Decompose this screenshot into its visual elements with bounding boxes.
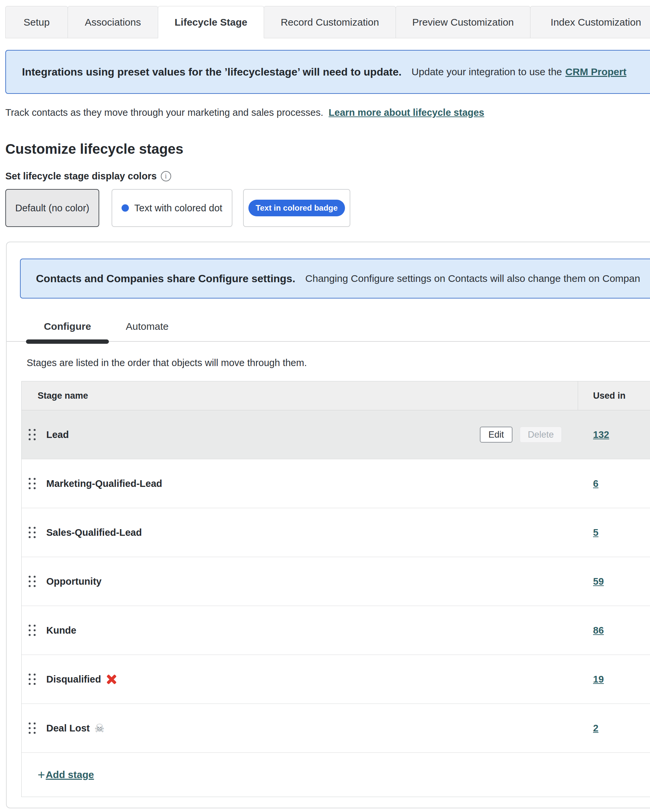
edit-button[interactable]: Edit xyxy=(480,427,512,443)
column-header-stage-name: Stage name xyxy=(38,391,88,401)
tab-label: Configure xyxy=(44,321,91,332)
table-row-disqualified: Disqualified 19 xyxy=(21,655,650,704)
tab-label: Index Customization xyxy=(551,17,641,28)
configure-automate-tabs: Configure Automate xyxy=(7,321,650,342)
tab-label: Preview Customization xyxy=(412,17,514,28)
stage-name: Lead xyxy=(46,429,69,440)
integration-alert-message: Update your integration to use the xyxy=(411,66,562,78)
info-icon[interactable]: i xyxy=(161,171,171,182)
stage-name: Deal Lost xyxy=(46,723,90,734)
tab-setup[interactable]: Setup xyxy=(5,6,68,38)
share-settings-alert-title: Contacts and Companies share Configure s… xyxy=(36,273,295,285)
color-style-options: Default (no color) Text with colored dot… xyxy=(5,189,650,227)
drag-handle-icon[interactable] xyxy=(29,478,36,489)
option-text-colored-dot[interactable]: Text with colored dot xyxy=(112,189,232,227)
tab-associations[interactable]: Associations xyxy=(67,6,158,38)
add-stage-row: + Add stage xyxy=(21,753,650,797)
used-in-link[interactable]: 19 xyxy=(593,674,604,685)
table-row-lead: Lead Edit Delete 132 xyxy=(21,410,650,459)
drag-handle-icon[interactable] xyxy=(29,527,36,538)
intro-line: Track contacts as they move through your… xyxy=(5,106,650,119)
drag-handle-icon[interactable] xyxy=(29,722,36,734)
option-label: Default (no color) xyxy=(15,203,89,214)
stage-name: Disqualified xyxy=(46,674,101,685)
option-default-no-color[interactable]: Default (no color) xyxy=(5,189,99,227)
colored-dot-icon xyxy=(122,205,129,212)
drag-handle-icon[interactable] xyxy=(29,673,36,685)
drag-handle-icon[interactable] xyxy=(29,429,36,440)
table-row-sales-qualified-lead: Sales-Qualified-Lead 5 xyxy=(21,508,650,557)
used-in-link[interactable]: 132 xyxy=(593,429,609,440)
integration-alert: Integrations using preset values for the… xyxy=(5,50,650,94)
tab-label: Record Customization xyxy=(281,17,379,28)
intro-text: Track contacts as they move through your… xyxy=(5,107,323,118)
colored-badge: Text in colored badge xyxy=(248,200,345,216)
tab-label: Lifecycle Stage xyxy=(174,17,247,28)
skull-crossbones-icon: ☠ xyxy=(95,722,104,734)
used-in-link[interactable]: 86 xyxy=(593,625,604,636)
used-in-link[interactable]: 6 xyxy=(593,478,598,489)
drag-handle-icon[interactable] xyxy=(29,576,36,587)
column-header-used-in: Used in xyxy=(593,391,626,401)
tab-preview-customization[interactable]: Preview Customization xyxy=(396,6,531,38)
settings-tab-bar: Setup Associations Lifecycle Stage Recor… xyxy=(5,6,650,38)
tab-label: Associations xyxy=(85,17,141,28)
table-row-marketing-qualified-lead: Marketing-Qualified-Lead 6 xyxy=(21,459,650,508)
delete-button[interactable]: Delete xyxy=(520,427,562,443)
display-colors-label-row: Set lifecycle stage display colors i xyxy=(5,170,650,182)
tab-lifecycle-stage[interactable]: Lifecycle Stage xyxy=(158,6,264,38)
table-row-kunde: Kunde 86 xyxy=(21,606,650,655)
option-text-colored-badge[interactable]: Text in colored badge xyxy=(243,189,350,227)
used-in-link[interactable]: 5 xyxy=(593,527,598,538)
tab-index-customization[interactable]: Index Customization xyxy=(530,6,650,38)
stage-name: Kunde xyxy=(46,625,76,636)
table-row-deal-lost: Deal Lost ☠ 2 xyxy=(21,704,650,753)
configure-card: Contacts and Companies share Configure s… xyxy=(6,241,650,808)
drag-handle-icon[interactable] xyxy=(29,625,36,636)
display-colors-label: Set lifecycle stage display colors xyxy=(5,170,157,182)
stages-order-note: Stages are listed in the order that obje… xyxy=(27,356,650,369)
tab-record-customization[interactable]: Record Customization xyxy=(264,6,396,38)
cross-mark-icon xyxy=(106,674,117,685)
table-row-opportunity: Opportunity 59 xyxy=(21,557,650,606)
tab-label: Automate xyxy=(126,321,168,332)
column-divider xyxy=(578,382,578,410)
share-settings-alert-message: Changing Configure settings on Contacts … xyxy=(305,273,640,284)
option-label: Text with colored dot xyxy=(134,203,222,214)
integration-alert-title: Integrations using preset values for the… xyxy=(22,66,402,78)
stages-table: Stage name Used in Lead Edit Delete 132 … xyxy=(21,381,650,797)
tab-configure[interactable]: Configure xyxy=(26,321,109,341)
share-settings-alert: Contacts and Companies share Configure s… xyxy=(20,259,650,299)
stage-name: Opportunity xyxy=(46,576,102,587)
stage-name: Marketing-Qualified-Lead xyxy=(46,478,162,489)
tab-label: Setup xyxy=(24,17,50,28)
stage-name: Sales-Qualified-Lead xyxy=(46,527,142,538)
table-header: Stage name Used in xyxy=(21,382,650,410)
used-in-link[interactable]: 2 xyxy=(593,723,598,734)
tab-automate[interactable]: Automate xyxy=(109,321,185,341)
used-in-link[interactable]: 59 xyxy=(593,576,604,587)
page-title: Customize lifecycle stages xyxy=(5,141,650,157)
crm-property-link[interactable]: CRM Propert xyxy=(566,66,626,78)
plus-icon: + xyxy=(38,768,45,781)
add-stage-link[interactable]: Add stage xyxy=(46,769,94,780)
learn-more-link[interactable]: Learn more about lifecycle stages xyxy=(329,107,484,118)
